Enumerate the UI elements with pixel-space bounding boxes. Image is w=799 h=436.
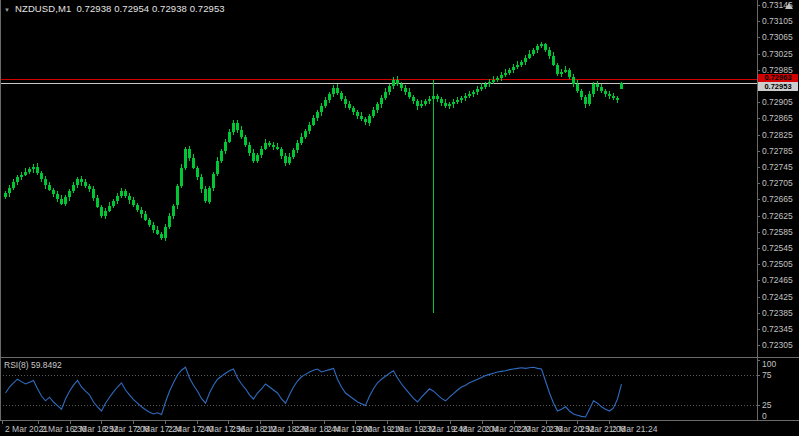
- time-axis[interactable]: 2 Mar 20212 Mar 16:362 Mar 16:522 Mar 17…: [3, 421, 658, 434]
- rsi-scale-label: 100: [762, 359, 776, 369]
- rsi-scale-label: 0: [762, 411, 767, 421]
- price-axis-label: 0.72745: [762, 162, 793, 172]
- price-axis-label: 0.72385: [762, 308, 793, 318]
- price-axis-label: 0.72825: [762, 130, 793, 140]
- price-axis-label: 0.73105: [762, 16, 793, 26]
- price-axis-label: 0.72465: [762, 275, 793, 285]
- price-axis-label: 0.72345: [762, 324, 793, 334]
- symbol-timeframe-label: NZDUSD,M1: [15, 3, 71, 14]
- price-axis-label: 0.72705: [762, 178, 793, 188]
- price-axis-label: 0.72585: [762, 227, 793, 237]
- mt4-chart-window: 0.731450.731050.730650.730250.729850.729…: [0, 0, 799, 436]
- price-axis[interactable]: 0.731450.731050.730650.730250.729850.729…: [757, 0, 793, 350]
- price-axis-label: 0.72625: [762, 211, 793, 221]
- bid-price-tag: 0.72953: [758, 82, 798, 91]
- candlestick-chart[interactable]: 0.731450.731050.730650.730250.729850.729…: [0, 0, 799, 436]
- price-axis-label: 0.72905: [762, 97, 793, 107]
- price-axis-label: 0.72505: [762, 259, 793, 269]
- price-axis-label: 0.72665: [762, 194, 793, 204]
- price-axis-label: 0.72545: [762, 243, 793, 253]
- price-axis-label: 0.73065: [762, 32, 793, 42]
- ohlc-quote-label: 0.72938 0.72954 0.72938 0.72953: [76, 3, 224, 14]
- chart-title: ▼ NZDUSD,M1 0.72938 0.72954 0.72938 0.72…: [4, 3, 225, 14]
- rsi-scale[interactable]: 10075250: [757, 359, 776, 421]
- price-axis-label: 0.72425: [762, 292, 793, 302]
- chart-frame: [0, 0, 799, 421]
- price-axis-label: 0.73025: [762, 49, 793, 59]
- price-axis-label: 0.72785: [762, 146, 793, 156]
- price-axis-label: 0.72305: [762, 340, 793, 350]
- rsi-level-lines: [0, 376, 757, 406]
- rsi-scale-label: 75: [762, 370, 772, 380]
- ask-price-tag: 0.72963: [758, 74, 798, 82]
- price-axis-label: 0.72865: [762, 113, 793, 123]
- rsi-scale-label: 25: [762, 400, 772, 410]
- chevron-down-icon[interactable]: ▼: [4, 6, 10, 12]
- chart-shift-marker-icon[interactable]: [785, 3, 793, 9]
- rsi-line: [6, 367, 622, 417]
- time-axis-label: 2 Mar 21:24: [612, 424, 658, 434]
- rsi-indicator-label: RSI(8) 59.8492: [4, 360, 62, 370]
